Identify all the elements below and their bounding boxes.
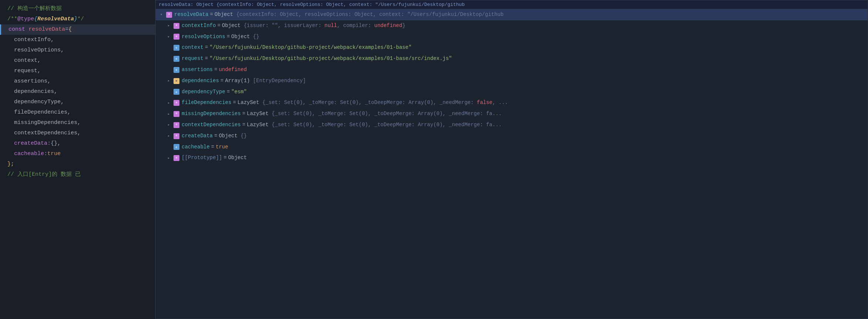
- jsdoc-end: */: [77, 15, 84, 24]
- debug-row-contextInfo[interactable]: ≡ contextInfo = Object {issuer: "", issu…: [156, 20, 868, 31]
- code-line-dependencyType: dependencyType,: [0, 97, 155, 107]
- debug-row-context[interactable]: c context = "/Users/fujunkui/Desktop/git…: [156, 42, 868, 53]
- icon-prim-cacheable: c: [174, 144, 179, 150]
- icon-arr-dependencies: ≔: [174, 78, 179, 84]
- code-line-cacheable: cacheable: true: [0, 149, 155, 159]
- prop-resolveOptions: resolveOptions,: [7, 46, 64, 55]
- code-line-assertions: assertions,: [0, 76, 155, 87]
- debug-row-cacheable[interactable]: c cacheable = true: [156, 142, 868, 153]
- code-line-contextDependencies: contextDependencies,: [0, 128, 155, 138]
- debug-row-request[interactable]: c request = "/Users/fujunkui/Desktop/git…: [156, 53, 868, 64]
- icon-obj-createData: ≡: [174, 133, 179, 139]
- code-line-request: request,: [0, 66, 155, 76]
- tooltip-bar: resolveData: Object {contextInfo: Object…: [156, 0, 868, 9]
- key-contextDependencies: contextDependencies: [182, 121, 241, 130]
- prop-request: request,: [7, 67, 41, 75]
- space1: [25, 25, 28, 34]
- value-root: {contextInfo: Object, resolveOptions: Ob…: [236, 10, 504, 19]
- prop-context: context,: [7, 56, 41, 65]
- key-fileDependencies: fileDependencies: [182, 98, 231, 107]
- expand-btn-dependencies[interactable]: [166, 78, 171, 84]
- jsdoc-type-open: {: [34, 15, 37, 24]
- code-line-createData: createData: {},: [0, 138, 155, 149]
- key-createData-debug: createData: [182, 132, 213, 141]
- expand-btn-createData[interactable]: [166, 133, 171, 139]
- code-line-closing: };: [0, 159, 155, 169]
- prop-dependencyType: dependencyType,: [7, 98, 64, 107]
- code-line-resolveOptions: resolveOptions,: [0, 45, 155, 56]
- code-line-missingDependencies: missingDependencies,: [0, 118, 155, 128]
- closing-brace: };: [7, 160, 14, 169]
- code-line-comment2: // 入口[Entry]的 数据 已: [0, 169, 155, 180]
- comment-text: // 构造一个解析数据: [7, 4, 62, 13]
- cacheable-value: true: [47, 150, 61, 158]
- debug-row-createData[interactable]: ≡ createData = Object {}: [156, 131, 868, 142]
- varname-resolveData: resolveData: [28, 25, 65, 34]
- expand-btn-root[interactable]: [159, 11, 164, 18]
- createData-value: {},: [51, 139, 61, 148]
- code-line-jsdoc: /** @type { ResolveData } */: [0, 14, 155, 24]
- prop-contextInfo: contextInfo,: [7, 36, 54, 44]
- jsdoc-start: /**: [7, 15, 17, 24]
- prop-contextDependencies: contextDependencies,: [7, 129, 81, 138]
- icon-obj-contextDependencies: ≡: [174, 122, 179, 128]
- icon-obj-fileDependencies: ≡: [174, 100, 179, 106]
- icon-prim-request: c: [174, 56, 179, 62]
- expand-btn-contextInfo[interactable]: [166, 23, 171, 29]
- code-line-comment1: // 构造一个解析数据: [0, 4, 155, 14]
- key-contextInfo: contextInfo: [182, 21, 216, 30]
- debug-row-missingDependencies[interactable]: ≡ missingDependencies = LazySet {_set: S…: [156, 108, 868, 120]
- icon-obj-root: ≡: [166, 12, 172, 18]
- prop-fileDependencies: fileDependencies,: [7, 108, 71, 117]
- debug-panel: resolveData: Object {contextInfo: Object…: [155, 0, 868, 319]
- key-resolveOptions: resolveOptions: [182, 33, 225, 41]
- jsdoc-type-keyword: @type: [17, 15, 34, 24]
- expand-btn-resolveOptions[interactable]: [166, 34, 171, 40]
- jsdoc-type-name: ResolveData: [37, 15, 74, 24]
- icon-prim-context: c: [174, 45, 179, 51]
- debug-row-contextDependencies[interactable]: ≡ contextDependencies = LazySet {_set: S…: [156, 120, 868, 131]
- icon-obj-contextInfo: ≡: [174, 23, 179, 29]
- icon-obj-resolveOptions: ≡: [174, 34, 179, 40]
- debug-row-resolveOptions[interactable]: ≡ resolveOptions = Object {}: [156, 31, 868, 43]
- code-line-dependencies: dependencies,: [0, 87, 155, 97]
- key-cacheable: cacheable:: [7, 150, 47, 158]
- open-brace: {: [68, 25, 72, 34]
- expand-btn-contextDependencies[interactable]: [166, 122, 171, 128]
- code-line-fileDependencies: fileDependencies,: [0, 107, 155, 118]
- comment2-text: // 入口[Entry]的 数据 已: [7, 170, 81, 179]
- expand-btn-missingDependencies[interactable]: [166, 111, 171, 117]
- icon-prim-dependencyType: c: [174, 89, 179, 95]
- key-missingDependencies: missingDependencies: [182, 110, 241, 118]
- key-assertions: assertions: [182, 66, 213, 74]
- jsdoc-type-close: }: [74, 15, 77, 24]
- debug-row-dependencyType[interactable]: c dependencyType = "esm": [156, 87, 868, 98]
- debug-row-root[interactable]: ≡ resolveData = Object {contextInfo: Obj…: [156, 9, 868, 20]
- equals-root: =: [210, 10, 213, 19]
- equals-operator: =: [65, 25, 68, 34]
- prop-missingDependencies: missingDependencies,: [7, 118, 81, 127]
- prop-assertions: assertions,: [7, 77, 51, 86]
- tooltip-text: resolveData: Object {contextInfo: Object…: [159, 2, 465, 7]
- debug-row-dependencies[interactable]: ≔ dependencies = Array(1) [EntryDependen…: [156, 75, 868, 87]
- code-line-context: context,: [0, 56, 155, 66]
- expand-btn-prototype[interactable]: [166, 155, 171, 161]
- icon-obj-missingDependencies: ≡: [174, 111, 179, 117]
- key-context: context: [182, 43, 203, 52]
- key-prototype: [[Prototype]]: [182, 154, 222, 162]
- key-dependencies: dependencies: [182, 77, 219, 85]
- type-root: Object: [215, 10, 236, 19]
- debug-row-assertions[interactable]: c assertions = undefined: [156, 64, 868, 75]
- icon-obj-prototype: ≡: [174, 155, 179, 161]
- key-resolveData: resolveData: [174, 10, 208, 19]
- prop-dependencies: dependencies,: [7, 87, 57, 96]
- code-line-contextInfo: contextInfo,: [0, 35, 155, 45]
- debug-row-prototype[interactable]: ≡ [[Prototype]] = Object: [156, 152, 868, 164]
- key-createData: createData:: [7, 139, 51, 148]
- debug-row-fileDependencies[interactable]: ≡ fileDependencies = LazySet {_set: Set(…: [156, 97, 868, 108]
- icon-prim-assertions: c: [174, 67, 179, 73]
- key-dependencyType: dependencyType: [182, 88, 225, 97]
- editor-panel: // 构造一个解析数据 /** @type { ResolveData } */…: [0, 0, 155, 319]
- key-cacheable-debug: cacheable: [182, 143, 210, 152]
- expand-btn-fileDependencies[interactable]: [166, 100, 171, 106]
